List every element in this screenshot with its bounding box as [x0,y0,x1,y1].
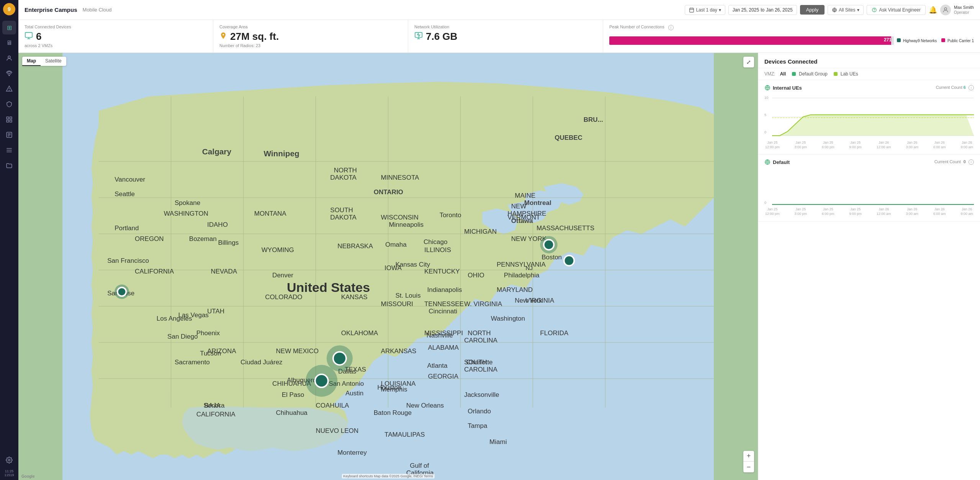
svg-text:Indianapolis: Indianapolis [427,286,462,293]
vmz-lab-ues-button[interactable]: Lab UEs [841,71,858,77]
avatar [940,5,951,15]
ask-ve-button[interactable]: Ask Virtual Engineer [867,5,926,15]
internal-ues-label: Internal UEs [773,85,802,91]
stat-network-label: Network Utilization [414,25,597,29]
svg-text:CALIFORNIA: CALIFORNIA [135,268,174,275]
sidebar-logo[interactable]: 9 [3,3,15,15]
sidebar-item-radio[interactable] [2,67,16,80]
sidebar-item-menu[interactable] [2,143,16,157]
svg-text:Phoenix: Phoenix [196,329,220,337]
svg-text:HAMPSHIRE: HAMPSHIRE [507,210,546,217]
svg-text:Philadelphia: Philadelphia [504,272,540,279]
peak-value: 271 [884,37,892,43]
all-sites-button[interactable]: All Sites ▾ [828,5,863,15]
x-label-d2: Jan 256:00 pm [822,207,834,216]
internal-ues-chart: 10 5 0 [764,94,974,140]
svg-text:BAJA: BAJA [204,402,221,409]
svg-text:W. VIRGINIA: W. VIRGINIA [464,300,502,308]
svg-text:New Orleans: New Orleans [406,402,444,409]
sidebar-item-settings[interactable] [2,453,16,467]
svg-text:QUEBEC: QUEBEC [555,134,582,141]
stats-row: Total Connected Devices 6 across 2 VMZs … [18,20,980,53]
x-label-4: Jan 2612:00 am [877,141,891,149]
svg-text:Denver: Denver [272,272,293,279]
highway9-legend: Highway9 Networks [897,38,937,43]
stat-coverage-area: Coverage Area 27M sq. ft. Number of Radi… [213,20,408,52]
svg-text:Miami: Miami [489,438,507,446]
svg-text:SOUTH: SOUTH [330,206,353,214]
vmz-all-button[interactable]: All [780,71,786,77]
svg-point-167 [564,256,574,265]
devices-icon [25,31,33,42]
stat-total-devices-value: 6 [25,31,207,43]
map-zoom-in-button[interactable]: + [743,451,754,462]
default-chart: 0 [764,168,974,206]
internal-ues-header: Internal UEs Current Count 6 i [764,85,974,91]
svg-text:IDAHO: IDAHO [207,221,228,228]
internal-ues-info-icon[interactable]: i [969,85,974,90]
svg-text:CAROLINA: CAROLINA [464,366,498,373]
svg-text:United States: United States [287,280,370,295]
svg-text:WYOMING: WYOMING [262,246,294,254]
svg-text:ALABAMA: ALABAMA [428,344,459,351]
x-label-2: Jan 256:00 pm [822,141,834,149]
svg-rect-5 [7,117,8,119]
vmz-label: VMZ: [764,71,775,77]
network-icon [414,31,423,42]
svg-text:MONTANA: MONTANA [254,210,286,217]
svg-point-162 [333,352,346,365]
map-expand-icon[interactable]: ⤢ [743,57,754,67]
apply-button[interactable]: Apply [800,5,825,15]
svg-text:TENNESSEE: TENNESSEE [424,300,464,308]
svg-text:CHIHUAHUA: CHIHUAHUA [272,380,311,387]
date-separator: to [761,7,764,13]
svg-text:DAKOTA: DAKOTA [330,174,357,181]
all-sites-label: All Sites [839,7,855,13]
x-label-6: Jan 266:00 am [933,141,946,149]
sidebar-item-user[interactable] [2,51,16,65]
sidebar-item-alerts[interactable] [2,82,16,96]
stat-coverage-value: 27M sq. ft. [219,31,402,43]
y-label-5: 5 [764,113,766,117]
main-content: Enterprise Campus Mobile Cloud Last 1 da… [18,0,980,480]
svg-text:Atlanta: Atlanta [427,362,448,369]
svg-text:CALIFORNIA: CALIFORNIA [196,411,236,418]
svg-text:NORTH: NORTH [468,329,491,337]
user-name: Max Smith [954,5,974,10]
svg-text:Sacramento: Sacramento [175,359,210,366]
tab-map[interactable]: Map [22,57,41,66]
vmz-default-group-button[interactable]: Default Group [799,71,828,77]
svg-rect-7 [7,120,8,122]
sidebar-item-security[interactable] [2,97,16,111]
default-label: Default [773,159,790,165]
svg-text:ILLINOIS: ILLINOIS [424,246,451,254]
svg-text:DAKOTA: DAKOTA [330,214,357,221]
tab-satellite[interactable]: Satellite [41,57,66,66]
svg-text:Cincinnati: Cincinnati [429,308,457,315]
svg-text:COAHUILA: COAHUILA [316,402,350,409]
svg-text:NJ: NJ [526,265,533,271]
default-info-icon[interactable]: i [969,159,974,165]
map-zoom-out-button[interactable]: − [743,462,754,472]
svg-text:Washington: Washington [491,315,525,322]
default-header: Default Current Count 0 i [764,159,974,165]
svg-text:New York: New York [515,297,542,304]
x-label-d6: Jan 266:00 am [933,207,946,216]
svg-rect-26 [25,33,32,38]
map-svg: Vancouver Seattle Portland San Francisco… [18,53,758,480]
sidebar-item-reports[interactable] [2,128,16,142]
sidebar-item-files[interactable] [2,159,16,172]
sidebar-item-grid[interactable] [2,113,16,126]
date-from: Jan 25, 2025 [733,7,759,13]
stat-coverage-sub: Number of Radios: 23 [219,43,402,48]
svg-text:NEW MEXICO: NEW MEXICO [276,347,319,355]
sidebar-item-monitor[interactable]: 🖥 [2,36,16,50]
peak-info-icon[interactable]: i [668,25,674,30]
svg-text:Tampa: Tampa [468,422,488,429]
right-panel: Devices Connected VMZ: All Default Group… [758,53,980,480]
time-range-button[interactable]: Last 1 day ▾ [685,5,725,15]
notification-bell-icon[interactable]: 🔔 [929,6,937,14]
sidebar-item-dashboard[interactable]: ⊞ [2,21,16,34]
svg-text:PENNSYLVANIA: PENNSYLVANIA [497,261,546,268]
svg-text:OREGON: OREGON [135,235,164,242]
